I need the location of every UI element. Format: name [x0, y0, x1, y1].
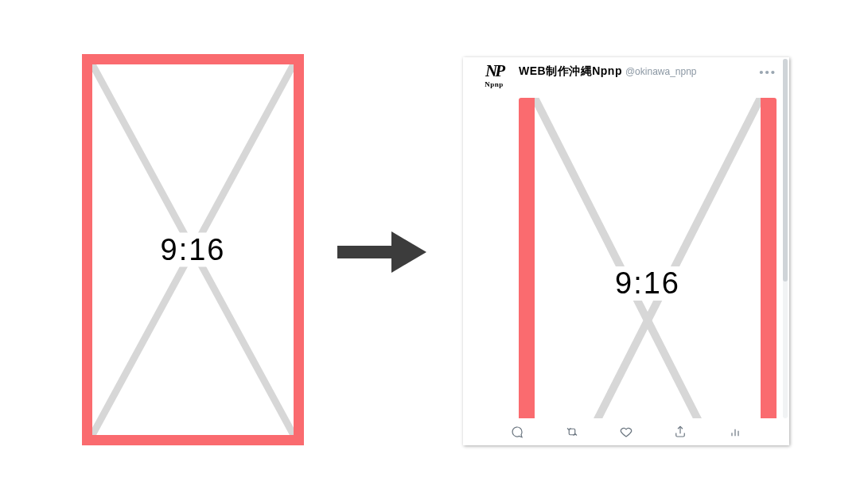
- crop-band-left: [519, 98, 535, 418]
- like-icon[interactable]: [616, 424, 636, 440]
- tweet-media-cropped-image: 9:16: [519, 98, 777, 418]
- tweet-action-bar: [463, 418, 789, 445]
- arrow-right-icon: [337, 231, 426, 273]
- tweet-header: NP Npnp WEB制作沖縄Npnp @okinawa_npnp •••: [463, 57, 789, 98]
- scrollbar-thumb[interactable]: [783, 59, 788, 282]
- svg-line-5: [535, 98, 761, 418]
- diagram-stage: 9:16 NP Npnp WEB制作沖縄Npnp @okinawa_npnp •…: [0, 0, 868, 501]
- crop-band-right: [761, 98, 777, 418]
- more-options-icon[interactable]: •••: [756, 66, 780, 78]
- avatar-logo-text: NP: [485, 63, 503, 80]
- placeholder-x-area: [535, 98, 761, 418]
- tweet-media-area[interactable]: 9:16: [519, 98, 777, 418]
- aspect-ratio-label: 9:16: [154, 233, 232, 267]
- source-image-inner: 9:16: [92, 64, 294, 435]
- svg-marker-3: [391, 231, 426, 273]
- reply-icon[interactable]: [507, 424, 527, 440]
- user-handle[interactable]: @okinawa_npnp: [625, 66, 697, 77]
- source-image-card: 9:16: [82, 54, 304, 445]
- analytics-icon[interactable]: [725, 424, 745, 440]
- placeholder-x-icon: [535, 98, 761, 418]
- retweet-icon[interactable]: [562, 424, 582, 440]
- display-name[interactable]: WEB制作沖縄Npnp: [519, 64, 622, 79]
- share-icon[interactable]: [670, 424, 691, 440]
- tweet-preview-card: NP Npnp WEB制作沖縄Npnp @okinawa_npnp ••• 9: [463, 57, 789, 445]
- aspect-ratio-label: 9:16: [609, 266, 687, 301]
- svg-line-4: [535, 98, 761, 418]
- tweet-author-line: WEB制作沖縄Npnp @okinawa_npnp: [519, 63, 756, 79]
- svg-rect-2: [337, 246, 391, 258]
- avatar[interactable]: NP Npnp: [477, 63, 511, 96]
- scrollbar[interactable]: [783, 59, 788, 418]
- avatar-sub-text: Npnp: [485, 81, 504, 88]
